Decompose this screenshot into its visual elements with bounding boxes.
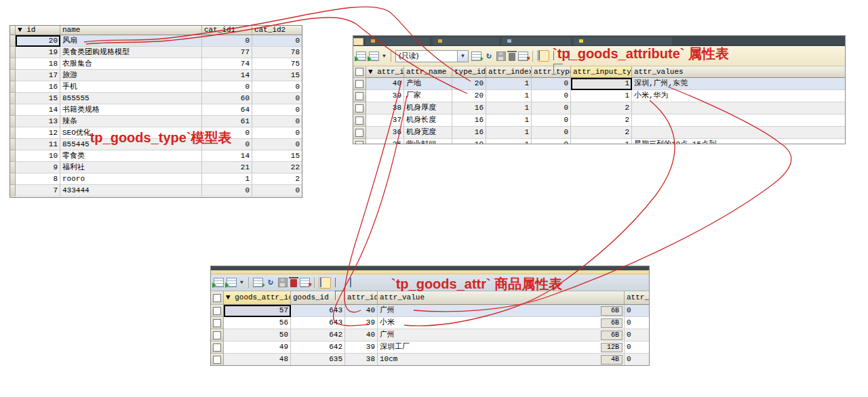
row-header[interactable] — [10, 104, 16, 116]
table-row[interactable]: 5664339小米6B0 — [211, 317, 649, 329]
refresh-icon[interactable]: ↻ — [266, 278, 275, 287]
cell-cat-id2[interactable]: 78 — [252, 47, 302, 58]
cell-cat-id2[interactable]: 0 — [252, 139, 302, 150]
row-header[interactable] — [10, 127, 16, 139]
cell-attr_name[interactable]: 厂家 — [404, 90, 452, 102]
cell-cat-id2[interactable]: 0 — [252, 104, 302, 116]
cell-attr_id[interactable]: 37 — [366, 114, 404, 127]
column-header-cat-id2[interactable]: cat_id2 — [252, 26, 302, 35]
cell-attr-extra[interactable]: 0 — [625, 305, 650, 317]
table-row[interactable]: 35营业时间10101星期三列的10点-15点到 — [353, 139, 845, 144]
cell-attr_type[interactable]: 0 — [532, 78, 571, 90]
cell-name[interactable]: 风扇 — [60, 35, 202, 47]
cell-attr-id[interactable]: 39 — [345, 341, 378, 354]
cell-cat-id2[interactable]: 0 — [252, 35, 302, 47]
column-header-attr_id[interactable]: ▼ attr_id — [366, 66, 404, 78]
cell-attr_index[interactable]: 1 — [486, 139, 532, 144]
cell-id[interactable]: 13 — [16, 116, 60, 127]
cell-attr-value[interactable]: 10cm4B — [378, 354, 625, 366]
cell-id[interactable]: 20 — [16, 35, 60, 47]
column-header-attr_name[interactable]: attr_name — [404, 66, 452, 78]
row-checkbox[interactable] — [213, 331, 221, 339]
cell-attr_index[interactable]: 1 — [486, 90, 532, 102]
cell-attr_name[interactable]: 机身宽度 — [404, 127, 452, 139]
cell-name[interactable]: 辣条 — [60, 116, 202, 127]
row-select-cell[interactable] — [211, 354, 224, 366]
cell-cat-id1[interactable]: 64 — [202, 104, 252, 116]
cell-attr_values[interactable] — [632, 102, 846, 114]
cell-attr_values[interactable]: 深圳,广州,东莞 — [632, 78, 846, 90]
cell-attr-id[interactable]: 40 — [345, 329, 378, 341]
cell-attr_values[interactable]: 小米,华为 — [632, 90, 846, 102]
row-select-cell[interactable] — [211, 329, 224, 341]
remove-grid-icon[interactable] — [518, 51, 528, 61]
delete-record-icon[interactable] — [509, 53, 515, 61]
cell-attr_values[interactable]: 星期三列的10点-15点到 — [632, 139, 846, 144]
cell-cat-id1[interactable]: 0 — [202, 35, 252, 47]
cell-name[interactable]: 衣服集合 — [60, 58, 202, 70]
cell-name[interactable]: 855555 — [60, 93, 202, 104]
row-checkbox[interactable] — [355, 92, 363, 100]
cell-id[interactable]: 9 — [16, 162, 60, 173]
grid-export-icon[interactable] — [226, 278, 237, 287]
active-tab-stub[interactable] — [353, 38, 363, 45]
row-checkbox[interactable] — [355, 68, 363, 76]
cell-attr_values[interactable] — [632, 127, 846, 139]
cell-attr_id[interactable]: 35 — [366, 139, 404, 144]
column-header-goods_attr_id[interactable]: ▼ goods_attr_id — [224, 291, 291, 305]
row-checkbox[interactable] — [213, 307, 221, 315]
cell-attr_input_type[interactable]: 1 — [571, 139, 632, 144]
cell-type_id[interactable]: 20 — [452, 78, 486, 90]
cell-cat-id2[interactable]: 22 — [252, 162, 302, 173]
cell-name[interactable]: 零食类 — [60, 150, 202, 162]
row-header[interactable] — [10, 150, 16, 162]
form-view-icon[interactable] — [334, 277, 346, 289]
row-select-cell[interactable] — [353, 114, 366, 127]
cell-attr-extra[interactable]: 0 — [625, 329, 650, 341]
save-icon[interactable] — [496, 51, 506, 61]
cell-attr_type[interactable]: 0 — [532, 114, 571, 127]
row-checkbox[interactable] — [355, 80, 363, 88]
cell-attr_input_type[interactable]: 1 — [571, 90, 632, 102]
cell-id[interactable]: 10 — [16, 150, 60, 162]
row-checkbox[interactable] — [355, 129, 363, 137]
cell-goods-attr-id[interactable]: 49 — [224, 341, 291, 354]
table-row[interactable]: 39厂家20101小米,华为 — [353, 90, 845, 102]
cell-name[interactable]: 旅游 — [60, 70, 202, 81]
cell-attr_name[interactable]: 营业时间 — [404, 139, 452, 144]
cell-cat-id2[interactable]: 0 — [252, 127, 302, 139]
cell-cat-id1[interactable]: 0 — [202, 81, 252, 93]
row-select-cell[interactable] — [211, 317, 224, 329]
row-checkbox[interactable] — [355, 104, 363, 112]
row-checkbox[interactable] — [213, 294, 221, 302]
tab-stub[interactable] — [366, 37, 430, 45]
cell-cat-id2[interactable]: 0 — [252, 93, 302, 104]
cell-attr-value[interactable]: 小米6B — [378, 317, 625, 329]
cell-goods-id[interactable]: 642 — [291, 329, 345, 341]
cell-name[interactable]: 书籍类规格 — [60, 104, 202, 116]
cell-attr_id[interactable]: 36 — [366, 127, 404, 139]
row-select-cell[interactable] — [353, 102, 366, 114]
cell-cat-id2[interactable]: 0 — [252, 116, 302, 127]
chevron-down-icon[interactable]: ▼ — [457, 51, 468, 62]
cell-cat-id1[interactable]: 0 — [202, 185, 252, 196]
cell-attr_input_type[interactable]: 1 — [571, 78, 632, 90]
record-mode-combo[interactable]: (只读) ▼ — [395, 50, 469, 62]
cell-attr_type[interactable]: 0 — [532, 90, 571, 102]
cell-attr-id[interactable]: 39 — [345, 317, 378, 329]
cell-cat-id1[interactable]: 77 — [202, 47, 252, 58]
cell-id[interactable]: 15 — [16, 93, 60, 104]
cell-attr_id[interactable]: 40 — [366, 78, 404, 90]
tab-stub[interactable] — [433, 37, 499, 45]
table-row[interactable]: 37机身长度16102 — [353, 114, 845, 127]
save-icon[interactable] — [278, 278, 288, 287]
row-select-cell[interactable] — [353, 66, 366, 78]
cell-id[interactable]: 11 — [16, 139, 60, 150]
cell-attr_index[interactable]: 1 — [486, 127, 532, 139]
row-checkbox[interactable] — [213, 356, 221, 364]
cell-goods-attr-id[interactable]: 57 — [224, 305, 291, 317]
row-select-cell[interactable] — [353, 139, 366, 144]
cell-type_id[interactable]: 16 — [452, 114, 486, 127]
cell-attr-value[interactable]: 深圳工厂12B — [378, 341, 625, 354]
table-row[interactable]: 17旅游1415 — [10, 70, 302, 81]
